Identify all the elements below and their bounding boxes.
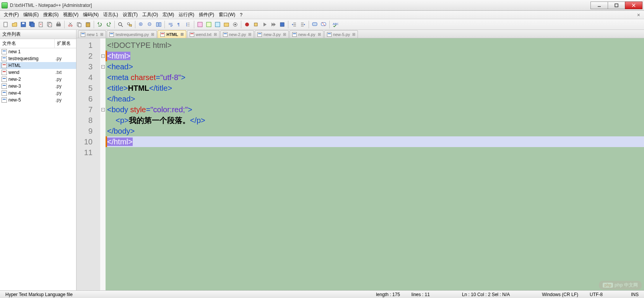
record-macro-icon[interactable] <box>243 20 251 29</box>
code-line[interactable]: </html> <box>106 136 644 147</box>
tab-close-icon[interactable]: ⊠ <box>248 32 251 36</box>
menu-item[interactable]: 设置(T) <box>120 11 140 19</box>
open-file-icon[interactable] <box>10 20 19 29</box>
file-row[interactable]: HTML <box>0 62 76 69</box>
fold-cell[interactable] <box>100 147 106 158</box>
wordwrap-icon[interactable] <box>166 20 175 29</box>
editor[interactable]: 1234567891011 −−− <!DOCTYPE html><html><… <box>76 38 644 290</box>
col-ext[interactable]: 扩展名 <box>55 39 76 48</box>
file-row[interactable]: testrequestimg.py <box>0 55 76 62</box>
redo-icon[interactable] <box>104 20 113 29</box>
status-eol[interactable]: Windows (CR LF) <box>539 292 581 297</box>
menu-item[interactable]: 宏(M) <box>160 11 176 19</box>
folder-view-icon[interactable] <box>222 20 231 29</box>
monitor-icon[interactable] <box>231 20 239 29</box>
save-all-icon[interactable] <box>28 20 36 29</box>
menu-item[interactable]: 插件(P) <box>197 11 216 19</box>
find-icon[interactable] <box>116 20 125 29</box>
col-filename[interactable]: 文件名 <box>0 39 55 48</box>
doc-list-icon[interactable] <box>205 20 213 29</box>
fold-cell[interactable] <box>100 93 106 104</box>
menu-item[interactable]: ? <box>237 11 245 18</box>
play-multi-icon[interactable] <box>269 20 278 29</box>
editor-tab[interactable]: HTML⊠ <box>158 30 186 38</box>
code-line[interactable]: <title>HTML</title> <box>106 83 644 93</box>
file-row[interactable]: new-5.py <box>0 97 76 103</box>
zoom-out-icon[interactable] <box>146 20 154 29</box>
menu-item[interactable]: 编辑(E) <box>21 11 41 19</box>
tab-close-icon[interactable]: ⊠ <box>214 32 217 36</box>
function-list-icon[interactable] <box>213 20 222 29</box>
editor-tab[interactable]: new-2.py⊠ <box>220 30 254 38</box>
mdi-close-icon[interactable]: × <box>635 12 642 18</box>
file-row[interactable]: new-2.py <box>0 76 76 83</box>
replace-icon[interactable] <box>125 20 133 29</box>
file-row[interactable]: wend.txt <box>0 69 76 76</box>
code-line[interactable]: <p>我的第一个段落。</p> <box>106 115 644 126</box>
tab-close-icon[interactable]: ⊠ <box>352 32 355 36</box>
fold-cell[interactable] <box>100 136 106 147</box>
fold-minus-icon[interactable]: − <box>101 65 105 69</box>
code-line[interactable]: <body style="color:red;"> <box>106 104 644 115</box>
code-line[interactable]: <meta charset="utf-8"> <box>106 72 644 83</box>
editor-tab[interactable]: new-5.py⊠ <box>324 30 358 38</box>
fold-cell[interactable] <box>100 115 106 126</box>
paste-icon[interactable] <box>84 20 92 29</box>
code-line[interactable]: <!DOCTYPE html> <box>106 40 644 51</box>
cut-icon[interactable] <box>66 20 75 29</box>
minimize-button[interactable] <box>590 2 608 9</box>
stop-macro-icon[interactable] <box>252 20 260 29</box>
sync-scroll-icon[interactable] <box>154 20 163 29</box>
undo-icon[interactable] <box>96 20 104 29</box>
menu-item[interactable]: 工具(O) <box>140 11 160 19</box>
code-line[interactable]: </body> <box>106 126 644 136</box>
tab-close-icon[interactable]: ⊠ <box>100 32 103 36</box>
editor-tab[interactable]: testrequestimg.py⊠ <box>107 30 157 38</box>
copy-icon[interactable] <box>75 20 83 29</box>
editor-tab[interactable]: new-4.py⊠ <box>289 30 324 38</box>
fold-cell[interactable] <box>100 72 106 83</box>
fold-minus-icon[interactable]: − <box>101 54 105 58</box>
save-macro-icon[interactable] <box>278 20 286 29</box>
editor-tab[interactable]: new-3.py⊠ <box>255 30 289 38</box>
indent-guide-icon[interactable] <box>184 20 192 29</box>
menu-item[interactable]: 搜索(S) <box>41 11 61 19</box>
zoom-in-icon[interactable] <box>137 20 145 29</box>
comment-icon[interactable] <box>311 20 319 29</box>
menu-item[interactable]: 语言(L) <box>101 11 120 19</box>
close-all-icon[interactable] <box>46 20 54 29</box>
fold-cell[interactable]: − <box>100 51 106 61</box>
fold-cell[interactable] <box>100 126 106 136</box>
menu-item[interactable]: 文件(F) <box>2 11 21 19</box>
save-icon[interactable] <box>19 20 28 29</box>
menu-item[interactable]: 编码(N) <box>81 11 101 19</box>
status-encoding[interactable]: UTF-8 <box>587 292 606 297</box>
file-row[interactable]: new 1 <box>0 48 76 55</box>
doc-map-icon[interactable] <box>196 20 204 29</box>
maximize-button[interactable] <box>608 2 625 9</box>
tab-close-icon[interactable]: ⊠ <box>318 32 321 36</box>
fold-cell[interactable] <box>100 83 106 93</box>
play-macro-icon[interactable] <box>260 20 269 29</box>
fold-minus-icon[interactable]: − <box>101 108 105 111</box>
show-all-chars-icon[interactable]: ¶ <box>175 20 184 29</box>
uncomment-icon[interactable] <box>319 20 328 29</box>
fold-column[interactable]: −−− <box>100 38 106 290</box>
menu-item[interactable]: 窗口(W) <box>216 11 237 19</box>
tab-close-icon[interactable]: ⊠ <box>181 32 184 36</box>
tab-close-icon[interactable]: ⊠ <box>151 32 154 36</box>
new-file-icon[interactable] <box>2 20 10 29</box>
status-insert-mode[interactable]: INS <box>628 292 642 297</box>
menu-item[interactable]: 视图(V) <box>61 11 81 19</box>
file-row[interactable]: new-3.py <box>0 83 76 90</box>
menu-item[interactable]: 运行(R) <box>176 11 197 19</box>
fold-cell[interactable]: − <box>100 104 106 115</box>
close-button[interactable] <box>625 2 642 9</box>
indent-icon[interactable] <box>299 20 307 29</box>
spellcheck-icon[interactable]: ABC <box>331 20 340 29</box>
code-line[interactable] <box>106 147 644 158</box>
outdent-icon[interactable] <box>290 20 298 29</box>
file-list[interactable]: new 1testrequestimg.pyHTMLwend.txtnew-2.… <box>0 48 76 290</box>
tab-close-icon[interactable]: ⊠ <box>283 32 286 36</box>
close-file-icon[interactable] <box>37 20 45 29</box>
